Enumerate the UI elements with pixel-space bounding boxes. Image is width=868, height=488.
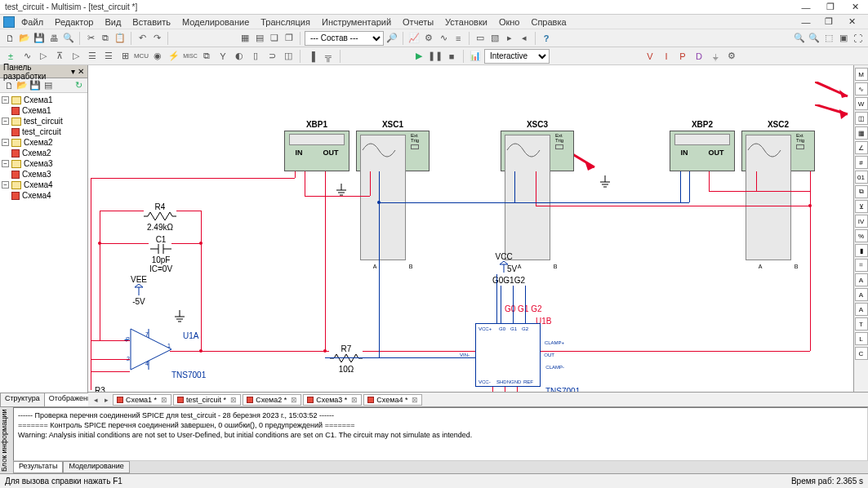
component-u1b-chip[interactable]: VCC+ G0 G1 G2 VIN- CLAMP+ OUT CLAMP- VCC… <box>475 323 541 387</box>
design-tree[interactable]: −Схема1 Схема1 −test_circuit test_circui… <box>0 93 87 393</box>
component-vee[interactable]: VEE -5V <box>131 275 147 306</box>
component-u1a[interactable]: +−74321 U1A TNS7001 <box>122 325 181 375</box>
iv-analyzer-icon[interactable]: IV <box>855 215 868 228</box>
agilent-fg-icon[interactable]: A <box>855 273 868 286</box>
ni-icon[interactable]: ▯ <box>248 49 263 64</box>
menu-simulate[interactable]: Моделирование <box>177 16 254 28</box>
inuse-combo[interactable]: --- Состав --- <box>305 31 384 46</box>
probe-i-icon[interactable]: I <box>659 49 674 64</box>
analog-icon[interactable]: ▷ <box>69 49 83 64</box>
tab-close-icon[interactable]: ⊠ <box>229 396 237 404</box>
save-icon[interactable]: 💾 <box>33 31 46 46</box>
logic-conv-icon[interactable]: ⊻ <box>855 200 868 213</box>
advanced-icon[interactable]: ⧉ <box>199 49 214 64</box>
probe-settings-icon[interactable]: ⚙ <box>724 49 739 64</box>
menu-insert[interactable]: Вставить <box>127 16 176 28</box>
bode-icon[interactable]: ∠ <box>855 141 868 154</box>
log-tab-results[interactable]: Результаты <box>13 461 63 473</box>
find-icon[interactable]: 🔎 <box>385 31 398 46</box>
probe-ref-icon[interactable]: ⏚ <box>708 49 723 64</box>
oscilloscope-icon[interactable]: ◫ <box>855 112 868 125</box>
agilent-mm-icon[interactable]: A <box>855 288 868 301</box>
tree-node-testcircuit[interactable]: test_circuit <box>24 117 63 126</box>
tree-leaf-schema3[interactable]: Схема3 <box>22 170 51 179</box>
doc-tab-testcircuit[interactable]: test_circuit *⊠ <box>173 394 241 406</box>
probe-d-icon[interactable]: D <box>692 49 706 64</box>
tree-node-schema2[interactable]: Схема2 <box>24 138 53 147</box>
zoomout-icon[interactable]: 🔍 <box>808 31 821 46</box>
cascade-icon[interactable]: ❏ <box>268 31 281 46</box>
tree-leaf-schema4[interactable]: Схема4 <box>22 191 51 200</box>
tree-node-schema3[interactable]: Схема3 <box>24 159 53 168</box>
mdi-maximize-button[interactable]: ❐ <box>821 16 837 28</box>
mixed-icon[interactable]: MCU <box>134 49 149 64</box>
db-icon[interactable]: ≡ <box>452 31 465 46</box>
mdi-minimize-button[interactable]: — <box>798 16 814 28</box>
component-vcc[interactable]: VCC 5V <box>491 252 517 273</box>
ttl-icon[interactable]: ☰ <box>85 49 100 64</box>
instrument-xsc2[interactable]: XSC2 Ext Trig AB <box>741 131 815 171</box>
menu-options[interactable]: Установки <box>440 16 492 28</box>
electromech-icon[interactable]: ◐ <box>232 49 247 64</box>
instrument-xsc3[interactable]: XSC3 Ext Trig AB <box>501 131 574 171</box>
tree-collapse-icon[interactable]: − <box>2 139 9 146</box>
multimeter-icon[interactable]: M <box>855 68 868 81</box>
copy-icon[interactable]: ⧉ <box>99 31 112 46</box>
new-icon[interactable]: 🗋 <box>3 31 16 46</box>
pause-icon[interactable]: ❚❚ <box>428 49 443 64</box>
probe-p-icon[interactable]: P <box>675 49 690 64</box>
tree-leaf-schema2[interactable]: Схема2 <box>22 149 51 157</box>
4ch-scope-icon[interactable]: ▦ <box>855 126 868 140</box>
tab-close-icon[interactable]: ⊠ <box>159 396 167 404</box>
logic-analyzer-icon[interactable]: ⧉ <box>855 185 868 198</box>
power-icon[interactable]: ⚡ <box>167 49 181 64</box>
grapher-icon[interactable]: 📈 <box>407 31 421 46</box>
distortion-icon[interactable]: % <box>855 229 868 242</box>
current-clamp-icon[interactable]: C <box>855 347 868 360</box>
tree-collapse-icon[interactable]: − <box>2 118 9 125</box>
ultiboard-icon[interactable]: ▧ <box>488 31 501 46</box>
undo-icon[interactable]: ↶ <box>136 31 149 46</box>
tree-collapse-icon[interactable]: − <box>2 96 9 104</box>
transistor-icon[interactable]: ⊼ <box>52 49 67 64</box>
hierarchy-icon[interactable]: ▐ <box>305 49 319 64</box>
instrument-xbp2[interactable]: XBP2 INOUT <box>670 131 735 171</box>
doc-tab-schema1[interactable]: Схема1 *⊠ <box>113 394 171 406</box>
menu-help[interactable]: Справка <box>526 16 571 28</box>
menu-view[interactable]: Вид <box>100 16 126 28</box>
postproc-icon[interactable]: ⚙ <box>422 31 435 46</box>
minimize-button[interactable]: — <box>798 2 814 13</box>
instrument-xbp1[interactable]: XBP1 INOUT <box>284 131 349 171</box>
wordgen-icon[interactable]: 01 <box>855 171 868 184</box>
diode-icon[interactable]: ▷ <box>36 49 51 64</box>
stop-icon[interactable]: ■ <box>444 49 459 64</box>
cut-icon[interactable]: ✂ <box>84 31 97 46</box>
spectrum-icon[interactable]: ▮ <box>855 244 868 257</box>
refresh-icon[interactable]: ↻ <box>73 80 84 91</box>
run-icon[interactable]: ▶ <box>412 49 426 64</box>
menu-window[interactable]: Окно <box>494 16 525 28</box>
zoomin-icon[interactable]: 🔍 <box>793 31 806 46</box>
tab-close-icon[interactable]: ⊠ <box>410 396 418 404</box>
panel-close-icon[interactable]: ✕ <box>78 67 84 76</box>
agilent-osc-icon[interactable]: A <box>855 303 868 316</box>
sim-mode-combo[interactable]: Interactive <box>484 49 550 64</box>
instrument-xsc1[interactable]: XSC1 Ext Trig AB <box>356 131 430 171</box>
breadboard-icon[interactable]: ▭ <box>474 31 487 46</box>
misc-digital-icon[interactable]: ⊞ <box>118 49 132 64</box>
tree-node-schema1[interactable]: Схема1 <box>24 95 53 104</box>
design-list-icon[interactable]: ▤ <box>42 80 54 91</box>
doc-tab-schema4[interactable]: Схема4 *⊠ <box>363 394 422 406</box>
layout-icon[interactable]: ▦ <box>238 31 251 46</box>
doc-tab-schema2[interactable]: Схема2 *⊠ <box>243 394 301 406</box>
left-tab-structure[interactable]: Структура <box>0 393 45 406</box>
component-r4[interactable]: R4 2.49kΩ <box>144 202 176 232</box>
new-design-icon[interactable]: 🗋 <box>3 80 15 91</box>
component-c1[interactable]: C1 10pF IC=0V <box>149 235 172 273</box>
basic-icon[interactable]: ∿ <box>20 49 34 64</box>
paste-icon[interactable]: 📋 <box>114 31 127 46</box>
menu-editor[interactable]: Редактор <box>50 16 98 28</box>
log-tab-simulation[interactable]: Моделирование <box>63 461 129 473</box>
funcgen-icon[interactable]: ∿ <box>855 82 868 95</box>
tree-leaf-testcircuit[interactable]: test_circuit <box>22 127 61 136</box>
